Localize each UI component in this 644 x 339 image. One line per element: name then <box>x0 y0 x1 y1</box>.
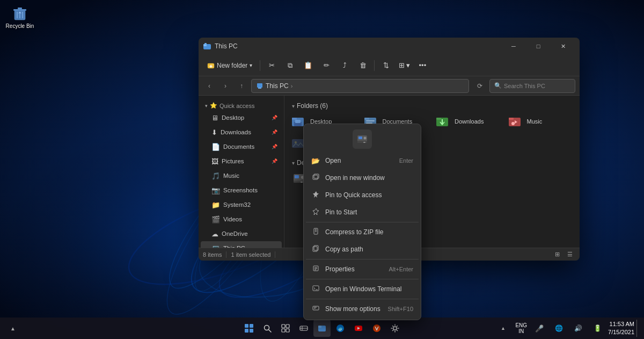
sidebar-item-thispc[interactable]: 💻 This PC <box>201 241 282 248</box>
svg-rect-18 <box>204 43 207 45</box>
title-bar: This PC ─ □ ✕ <box>199 38 580 55</box>
context-pin-start[interactable]: Pin to Start <box>306 204 419 221</box>
address-bar: ‹ › ↑ This PC › ⟳ 🔍 Search This PC <box>199 76 580 96</box>
widgets-button[interactable] <box>295 320 312 337</box>
context-pin-quick-access[interactable]: Pin to Quick access <box>306 186 419 204</box>
address-input[interactable]: This PC › <box>251 79 469 93</box>
svg-rect-80 <box>286 329 289 332</box>
taskbar-edge-button[interactable] <box>332 320 349 337</box>
start-button[interactable] <box>240 320 258 337</box>
sidebar-item-onedrive[interactable]: ☁ OneDrive <box>201 227 282 241</box>
svg-rect-72 <box>250 324 253 328</box>
svg-rect-74 <box>250 329 253 333</box>
sort-button[interactable]: ⇅ <box>378 57 394 74</box>
recycle-bin-label: Recycle Bin <box>6 23 34 30</box>
close-button[interactable]: ✕ <box>551 38 575 55</box>
context-compress-zip[interactable]: Compress to ZIP file <box>306 223 419 241</box>
task-view-button[interactable] <box>277 320 294 337</box>
svg-rect-78 <box>286 324 289 328</box>
sidebar-item-music[interactable]: 🎵 Music <box>201 169 282 183</box>
context-show-more[interactable]: Show more options Shift+F10 <box>306 300 419 318</box>
pin-quick-access-icon <box>311 191 320 199</box>
svg-line-76 <box>269 330 271 332</box>
desktop-sidebar-icon: 🖥 <box>211 114 218 122</box>
taskbar-office-button[interactable] <box>368 320 385 337</box>
folder-downloads[interactable]: Downloads <box>433 112 503 131</box>
list-view-button[interactable]: ☰ <box>565 249 575 260</box>
sidebar-item-documents[interactable]: 📄 Documents 📌 <box>201 140 282 154</box>
taskbar-search-button[interactable] <box>259 320 276 337</box>
system-tray-expand[interactable]: ▲ <box>494 320 511 337</box>
downloads-folder-icon <box>436 116 451 127</box>
open-icon: 📂 <box>311 157 320 165</box>
network-icon[interactable]: 🌐 <box>550 320 567 337</box>
show-hidden-icons-button[interactable]: ▲ <box>4 320 21 337</box>
forward-button[interactable]: › <box>219 80 232 92</box>
show-desktop-button[interactable] <box>636 320 640 337</box>
status-divider-2 <box>275 251 275 258</box>
pin-icon-2: 📌 <box>272 129 277 135</box>
copy-button[interactable]: ⧉ <box>282 57 298 74</box>
keyboard-language[interactable]: ENGIN <box>514 321 529 335</box>
battery-icon[interactable]: 🔋 <box>589 320 606 337</box>
quick-access-chevron: ▾ <box>205 103 208 109</box>
sidebar-item-desktop[interactable]: 🖥 Desktop 📌 <box>201 111 282 125</box>
minimize-button[interactable]: ─ <box>501 38 526 55</box>
new-folder-button[interactable]: New folder ▾ <box>203 57 257 74</box>
sidebar-item-system32[interactable]: 📁 System32 <box>201 198 282 212</box>
more-button[interactable]: ••• <box>414 57 430 74</box>
taskbar-right: ▲ ENGIN 🎤 🌐 🔊 🔋 11:53 AM 7/15/2021 <box>494 320 640 337</box>
svg-rect-61 <box>314 246 318 250</box>
svg-rect-77 <box>282 324 285 328</box>
grid-view-button[interactable]: ⊞ <box>552 249 562 260</box>
svg-point-38 <box>511 122 515 125</box>
taskbar-youtube-button[interactable] <box>350 320 367 337</box>
share-button[interactable]: ⤴ <box>336 57 353 74</box>
youtube-icon <box>354 324 363 333</box>
taskbar-explorer-button[interactable] <box>313 320 331 337</box>
back-button[interactable]: ‹ <box>203 80 216 92</box>
cut-button[interactable]: ✂ <box>264 57 280 74</box>
recycle-bin-icon[interactable]: Recycle Bin <box>3 3 37 32</box>
svg-point-89 <box>373 324 380 332</box>
folders-section-header[interactable]: ▾ Folders (6) <box>289 100 575 112</box>
sidebar-item-videos[interactable]: 🎬 Videos <box>201 212 282 226</box>
taskbar-center <box>240 320 404 337</box>
folders-chevron: ▾ <box>292 103 295 109</box>
svg-rect-52 <box>358 136 362 139</box>
context-open-terminal[interactable]: Open in Windows Terminal <box>306 280 419 298</box>
volume-icon[interactable]: 🔊 <box>569 320 587 337</box>
sidebar-item-screenshots[interactable]: 📷 Screenshots <box>201 183 282 197</box>
svg-rect-79 <box>282 329 285 332</box>
context-open-new-window[interactable]: Open in new window <box>306 169 419 186</box>
up-button[interactable]: ↑ <box>235 80 248 92</box>
refresh-button[interactable]: ⟳ <box>473 80 486 92</box>
microphone-icon[interactable]: 🎤 <box>531 320 548 337</box>
system-clock[interactable]: 11:53 AM 7/15/2021 <box>608 320 634 337</box>
sidebar-item-pictures[interactable]: 🖼 Pictures 📌 <box>201 154 282 168</box>
compress-icon <box>311 228 320 236</box>
toolbar: New folder ▾ ✂ ⧉ 📋 ✏ ⤴ 🗑 ⇅ ⊞ ▾ ••• <box>199 55 580 76</box>
context-copy-path[interactable]: Copy as path <box>306 241 419 258</box>
delete-button[interactable]: 🗑 <box>355 57 371 74</box>
drive-icon <box>356 133 368 145</box>
paste-button[interactable]: 📋 <box>300 57 316 74</box>
taskbar-settings-button[interactable] <box>386 320 404 337</box>
this-pc-address-icon <box>256 82 264 90</box>
svg-rect-66 <box>313 286 319 291</box>
maximize-button[interactable]: □ <box>526 38 551 55</box>
folder-music[interactable]: Music <box>506 112 576 131</box>
sidebar-item-downloads[interactable]: ⬇ Downloads 📌 <box>201 125 282 139</box>
svg-rect-11 <box>13 9 26 11</box>
status-divider-1 <box>226 251 226 258</box>
quick-access-section[interactable]: ▾ ⭐ Quick access <box>199 100 284 110</box>
start-icon <box>244 323 254 333</box>
context-open[interactable]: 📂 Open Enter <box>306 152 419 169</box>
context-separator-4 <box>306 299 419 299</box>
view-button[interactable]: ⊞ ▾ <box>396 57 412 74</box>
taskbar: ▲ <box>0 318 644 339</box>
rename-button[interactable]: ✏ <box>318 57 334 74</box>
music-sidebar-icon: 🎵 <box>211 172 220 180</box>
context-properties[interactable]: Properties Alt+Enter <box>306 261 419 278</box>
search-box[interactable]: 🔍 Search This PC <box>489 79 575 93</box>
